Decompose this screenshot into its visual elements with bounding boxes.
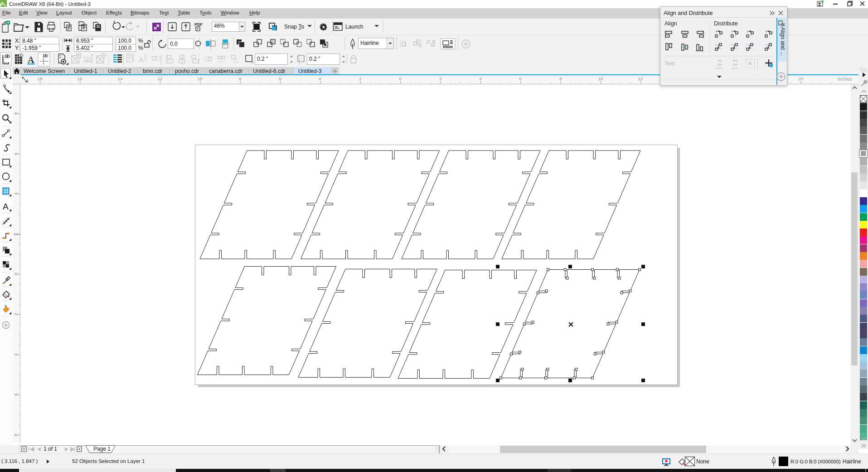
svg-text:ab: ab — [85, 58, 90, 63]
svg-text:PDF: PDF — [194, 22, 203, 27]
svg-text:A: A — [138, 55, 144, 64]
svg-text:A: A — [3, 202, 9, 211]
